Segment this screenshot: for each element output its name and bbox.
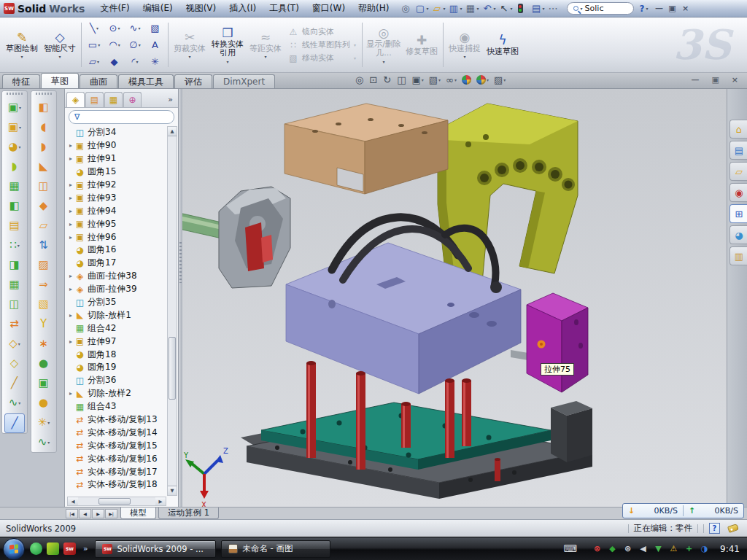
mirror-entities-button[interactable]: ⚠ 镜向实体 (288, 26, 356, 37)
new-document-icon[interactable]: ▢ ▾ (414, 1, 430, 16)
quick-tips-button[interactable]: ? (709, 523, 720, 534)
tree-item[interactable]: ▸ ▣ 拉伸93 (67, 191, 166, 204)
delete-body-icon[interactable]: ◇ ▾ (2, 334, 27, 354)
scroll-thumb[interactable] (98, 498, 131, 505)
freeform-icon[interactable]: ▣ (31, 373, 56, 393)
tree-item[interactable]: ▸ ◈ 曲面-拉伸38 (67, 270, 166, 283)
file-explorer-tab[interactable]: ▱ (729, 162, 747, 181)
trim-entities-button[interactable]: ✂ 剪裁实体 ▾ (171, 19, 209, 71)
search-input[interactable]: ▾ Solic (567, 2, 634, 15)
expand-arrow-icon[interactable]: ▸ (67, 338, 74, 345)
linear-sketch-pattern-button[interactable]: ∷ 线性草图阵列 ▾ (288, 39, 356, 50)
tree-horizontal-scrollbar[interactable]: ◀ ▶ (67, 497, 166, 506)
tree-item[interactable]: ▦ 组合42 (67, 322, 166, 335)
move-copy-body-icon[interactable]: ⇄ (2, 314, 27, 334)
custom-properties-tab[interactable]: ▥ (729, 246, 747, 265)
scroll-right-icon[interactable]: ▶ (155, 497, 166, 505)
search-dropdown-icon[interactable]: ▾ (581, 6, 583, 11)
edit-appearance-icon[interactable] (462, 75, 471, 85)
options-icon[interactable]: ▤ ▾ (530, 1, 546, 16)
ruled-surface-icon[interactable]: ▨ (31, 255, 56, 275)
expand-arrow-icon[interactable]: ▸ (67, 208, 74, 214)
line-icon[interactable]: ╲ ▾ (84, 20, 104, 36)
rotate-view-icon[interactable]: ↻ (383, 74, 392, 85)
filled-surface-icon[interactable]: ◆ (31, 196, 56, 216)
sync-tray-icon[interactable]: ▼ (653, 543, 664, 554)
tree-item[interactable]: ◕ 圆角19 (67, 361, 166, 374)
tree-item[interactable]: ⇄ 实体-移动/复制15 (67, 439, 166, 452)
health-tray-icon[interactable]: + (684, 543, 694, 554)
tree-item[interactable]: ▸ ▣ 拉伸94 (67, 204, 166, 217)
menu-item[interactable]: 帮助(H) (352, 2, 395, 15)
section-view-icon[interactable]: ◫ (397, 74, 406, 85)
view-settings-icon[interactable]: ▨ ▾ (494, 74, 506, 85)
tree-item[interactable]: ▸ ▣ 拉伸91 (67, 152, 166, 166)
network-alert-tray-icon[interactable]: ⚠ (668, 543, 679, 554)
restore-button[interactable]: ▣ (666, 4, 679, 13)
solidworks-quicklaunch-icon[interactable]: SW (63, 542, 76, 555)
lofted-boss-icon[interactable]: ▦ (2, 176, 27, 196)
doc-close-button[interactable]: × (732, 75, 738, 85)
search-tab[interactable]: ◉ (729, 183, 747, 202)
tab-features[interactable]: 特征 (2, 74, 40, 88)
reference-geometry-icon[interactable]: ▤ (2, 216, 27, 236)
tab-evaluate[interactable]: 评估 (174, 74, 212, 88)
doc-restore-button[interactable]: ▣ (711, 75, 719, 85)
view-palette-tab[interactable]: ⊞ (729, 204, 747, 223)
arc-icon[interactable]: ◠ ▾ (104, 36, 125, 53)
ellipse-icon[interactable]: ∅ ▾ (125, 36, 145, 53)
tree-item[interactable]: ◕ 圆角16 (67, 244, 166, 257)
undo-icon[interactable]: ↶ ▾ (481, 1, 498, 16)
expand-arrow-icon[interactable]: ▸ (67, 142, 74, 149)
push-pin-icon[interactable]: ◎ (399, 1, 413, 16)
toolbar-drag-handle[interactable] (36, 93, 52, 95)
menu-item[interactable]: 文件(F) (93, 2, 136, 15)
toolbar-drag-handle[interactable] (7, 93, 23, 95)
split-icon[interactable]: ◫ (2, 295, 27, 314)
tree-item[interactable]: ⇄ 实体-移动/复制13 (67, 413, 166, 427)
dome-icon[interactable]: ● (31, 393, 56, 413)
featuremanager-tab-icon[interactable]: ◈ (66, 92, 85, 107)
tree-item[interactable]: ◫ 分割36 (67, 374, 166, 387)
delete-face-icon[interactable]: ◇ (2, 354, 27, 373)
shield-tray-icon[interactable]: ◆ (607, 543, 618, 554)
extruded-cut-icon[interactable]: ▣ ▾ (2, 117, 27, 137)
expand-arrow-icon[interactable]: ▸ (67, 195, 74, 201)
menu-item[interactable]: 视图(V) (179, 2, 223, 15)
quick-launch-chevron-icon[interactable]: » (83, 545, 88, 553)
mirror-bodies-icon[interactable]: ◨ (2, 255, 27, 275)
reference-axis-icon[interactable]: ╱ (2, 373, 27, 393)
tree-item[interactable]: ▸ ▣ 拉伸90 (67, 139, 166, 152)
extruded-boss-icon[interactable]: ▣ ▾ (2, 98, 27, 117)
appearances-tab[interactable]: ◕ (729, 225, 747, 244)
expand-arrow-icon[interactable]: ▸ (67, 390, 74, 397)
apply-scene-icon[interactable]: ▾ (476, 75, 489, 85)
extruded-surface-icon[interactable]: ◧ (31, 98, 56, 117)
tags-icon[interactable] (727, 524, 739, 533)
close-button[interactable]: × (679, 4, 692, 13)
keyboard-layout-icon[interactable]: ⌨ (563, 543, 577, 554)
propertymanager-tab-icon[interactable]: ▤ (85, 92, 104, 107)
swept-surface-icon[interactable]: ◗ (31, 137, 56, 157)
trim-surface-icon[interactable]: ▧ (31, 295, 56, 314)
solidworks-resources-tab[interactable]: ⌂ (729, 120, 747, 139)
tab-motion-study[interactable]: 运动算例 1 (158, 508, 219, 519)
tab-surfaces[interactable]: 曲面 (80, 74, 117, 88)
design-library-tab[interactable]: ▤ (729, 141, 747, 160)
revolved-surface-icon[interactable]: ◖ (31, 117, 56, 137)
splitter-grip[interactable] (179, 242, 182, 283)
select-icon[interactable]: ↖ ▾ (498, 1, 514, 16)
volume-tray-icon[interactable]: ◀ (638, 543, 649, 554)
zoom-area-icon[interactable]: ⊡ (369, 74, 378, 85)
messenger-quicklaunch-icon[interactable] (30, 542, 42, 555)
antivirus-tray-icon[interactable]: ⊗ (592, 543, 603, 554)
combine-icon[interactable]: ▦ (2, 275, 27, 295)
messenger-tray-icon[interactable]: ◑ (699, 543, 710, 554)
configurationmanager-tab-icon[interactable]: ▦ (104, 92, 123, 107)
tab-scroll-button[interactable]: ▶ (92, 509, 104, 518)
tree-item[interactable]: ◫ 分割34 (67, 126, 166, 139)
smart-dimension-button[interactable]: ◇ 智能尺寸 ▾ (41, 19, 79, 71)
scroll-down-icon[interactable]: ▼ (168, 486, 177, 495)
tree-item[interactable]: ▸ ▣ 拉伸92 (67, 179, 166, 192)
tree-item[interactable]: ▸ ◈ 曲面-拉伸39 (67, 283, 166, 296)
